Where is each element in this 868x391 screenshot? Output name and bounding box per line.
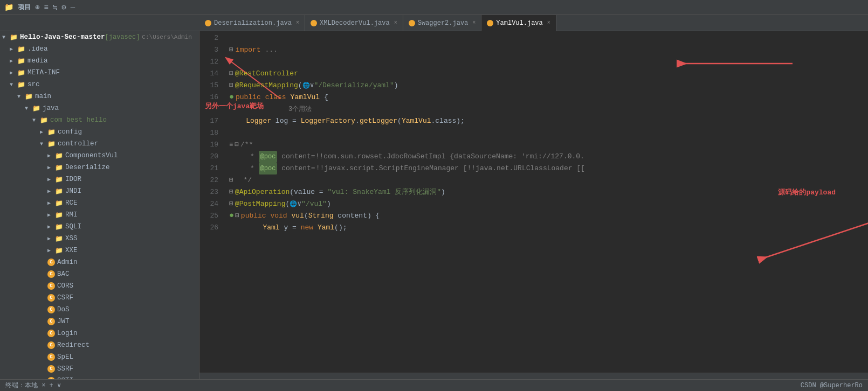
classname-yaml2-26: Yaml [318, 222, 334, 234]
fold-icon-19[interactable]: ⊟ [235, 139, 239, 151]
toolbar-icon-1[interactable]: ⊕ [35, 3, 39, 12]
tab-close-swagger2[interactable]: × [472, 20, 476, 26]
code-scroll-area[interactable]: 2 3 ⊞import ... 12 14 ⊟@RestController [199, 31, 868, 373]
tree-item-cors[interactable]: C CORS [0, 280, 199, 292]
tree-item-jwt[interactable]: C JWT [0, 316, 199, 327]
tree-arrow-idea: ▶ [10, 46, 17, 52]
tree-item-java[interactable]: ▼ 📁 java [0, 102, 199, 114]
toolbar-icon-project[interactable]: 📁 [4, 3, 13, 12]
line-code-23: ⊟@ApiOperation(value = "vul: SnakeYaml 反… [224, 186, 445, 198]
tree-item-config[interactable]: ▶ 📁 config [0, 126, 199, 138]
line-code-16: ●public class YamlVul { [224, 92, 328, 103]
file-icon-ssrf: C [47, 365, 55, 373]
line-num-12: 12 [199, 56, 224, 68]
folder-icon-java: 📁 [32, 104, 40, 113]
folder-icon-xxe: 📁 [55, 247, 63, 255]
fold-icon-23[interactable]: ⊟ [229, 186, 233, 198]
fold-icon-14[interactable]: ⊟ [229, 68, 233, 80]
method-vul: vul [292, 210, 304, 222]
tree-arrow-rce: ▶ [47, 200, 55, 206]
tree-label-bac: BAC [57, 270, 70, 278]
tab-deserialization[interactable]: Deserialization.java × [199, 15, 305, 31]
line-code-19: ≡⊟/** [224, 139, 253, 151]
code-line-23: 23 ⊟@ApiOperation(value = "vul: SnakeYam… [199, 186, 868, 198]
fold-icon-24[interactable]: ⊟ [229, 198, 233, 210]
project-root-path: C:\Users\Admin [142, 34, 191, 40]
tab-close-deserialization[interactable]: × [296, 20, 299, 26]
code-line-17: 17 Logger log = LoggerFactory.getLogger(… [199, 115, 868, 127]
tab-icon-yamlvul [487, 20, 493, 26]
tree-label-package: com best hello [50, 116, 107, 124]
tree-item-deserialize[interactable]: ▶ 📁 Deserialize [0, 162, 199, 173]
classname-loggerfactory: LoggerFactory [301, 115, 355, 127]
fold-icon-15[interactable]: ⊟ [229, 80, 233, 92]
line-num-21: 21 [199, 163, 224, 174]
tree-item-ssti[interactable]: C SSTI [0, 375, 199, 379]
tree-item-rce[interactable]: ▶ 📁 RCE [0, 197, 199, 209]
tree-item-idea[interactable]: ▶ 📁 .idea [0, 43, 199, 55]
tree-item-jndi[interactable]: ▶ 📁 JNDI [0, 185, 199, 197]
fold-icon-25[interactable]: ⊟ [235, 210, 239, 222]
fold-icon-3[interactable]: ⊞ [229, 44, 233, 56]
run-icon-25[interactable]: ● [229, 210, 234, 222]
tree-item-controller[interactable]: ▼ 📁 controller [0, 138, 199, 150]
tree-item-media[interactable]: ▶ 📁 media [0, 55, 199, 67]
tab-label-deserialization: Deserialization.java [214, 19, 292, 27]
toolbar-icon-settings[interactable]: ⚙ [61, 3, 66, 12]
tree-label-jndi: JNDI [65, 187, 81, 195]
tree-item-spel[interactable]: C SpEL [0, 351, 199, 363]
tree-arrow-componentsvul: ▶ [47, 152, 55, 159]
tree-label-admin: Admin [57, 259, 78, 266]
tree-label-java: java [43, 104, 59, 112]
run-icon-16[interactable]: ● [229, 92, 234, 103]
tree-item-redirect[interactable]: C Redirect [0, 339, 199, 351]
tree-item-admin[interactable]: C Admin [0, 256, 199, 268]
fold-icon-22[interactable]: ⊟ [229, 174, 233, 186]
tab-xmldecoder[interactable]: XMLDecoderVul.java × [305, 15, 403, 31]
poc-content-21b: !!javax.script.ScriptEngineManager [!!ja… [316, 163, 585, 174]
tree-item-rmi[interactable]: ▶ 📁 RMI [0, 209, 199, 221]
toolbar-icon-3[interactable]: ≒ [53, 3, 57, 12]
tab-yamlvul[interactable]: YamlVul.java × [481, 15, 556, 31]
tree-item-xss[interactable]: ▶ 📁 XSS [0, 233, 199, 245]
tree-item-ssrf[interactable]: C SSRF [0, 363, 199, 375]
line-num-3: 3 [199, 44, 224, 56]
line-num-15: 15 [199, 80, 224, 92]
code-editor[interactable]: 另外一个java靶场 源码给的payload [199, 31, 868, 379]
tree-item-idor[interactable]: ▶ 📁 IDOR [0, 173, 199, 185]
string-vulsnakeyaml: "vul: SnakeYaml 反序列化漏洞" [327, 186, 441, 198]
code-line-14: 14 ⊟@RestController [199, 68, 868, 80]
tab-icon-swagger2 [409, 20, 415, 26]
toolbar: 📁 项目 ⊕ ≡ ≒ ⚙ — [0, 0, 868, 15]
tree-item-componentsvul[interactable]: ▶ 📁 ComponentsVul [0, 150, 199, 162]
line-code-26: Yaml y = new Yaml(); [224, 222, 347, 234]
status-left[interactable]: 终端：本地 × + ∨ [5, 381, 61, 390]
tree-arrow-media: ▶ [10, 58, 17, 64]
tree-label-config: config [58, 128, 82, 136]
tree-item-sqli[interactable]: ▶ 📁 SQLI [0, 221, 199, 233]
toolbar-icon-2[interactable]: ≡ [44, 3, 48, 12]
tree-item-dos[interactable]: C DoS [0, 304, 199, 316]
tree-item-csrf[interactable]: C CSRF [0, 292, 199, 304]
horizontal-scrollbar[interactable] [199, 373, 868, 379]
tab-close-xmldecoder[interactable]: × [394, 20, 397, 26]
tree-item-xxe[interactable]: ▶ 📁 XXE [0, 245, 199, 256]
tree-label-controller: controller [58, 140, 98, 148]
tree-item-login[interactable]: C Login [0, 327, 199, 339]
code-line-18: 18 [199, 127, 868, 139]
tab-close-yamlvul[interactable]: × [547, 20, 550, 26]
annotation-apioperation: @ApiOperation [235, 186, 290, 198]
line-num-2: 2 [199, 32, 224, 44]
tree-item-src[interactable]: ▼ 📁 src [0, 79, 199, 90]
kw-import: import [236, 44, 261, 56]
tree-item-bac[interactable]: C BAC [0, 268, 199, 280]
file-icon-csrf: C [47, 294, 55, 302]
toolbar-icon-minimize[interactable]: — [71, 3, 75, 12]
tab-swagger2[interactable]: Swagger2.java × [403, 15, 482, 31]
tree-label-sqli: SQLI [65, 223, 81, 231]
classname-yaml-26: Yaml [263, 222, 279, 234]
tree-item-metainf[interactable]: ▶ 📁 META-INF [0, 67, 199, 79]
tree-item-root[interactable]: ▼ 📁 Hello-Java-Sec-master [javasec] C:\U… [0, 31, 199, 43]
tree-item-package[interactable]: ▼ 📁 com best hello [0, 114, 199, 126]
tree-item-main[interactable]: ▼ 📁 main [0, 90, 199, 102]
